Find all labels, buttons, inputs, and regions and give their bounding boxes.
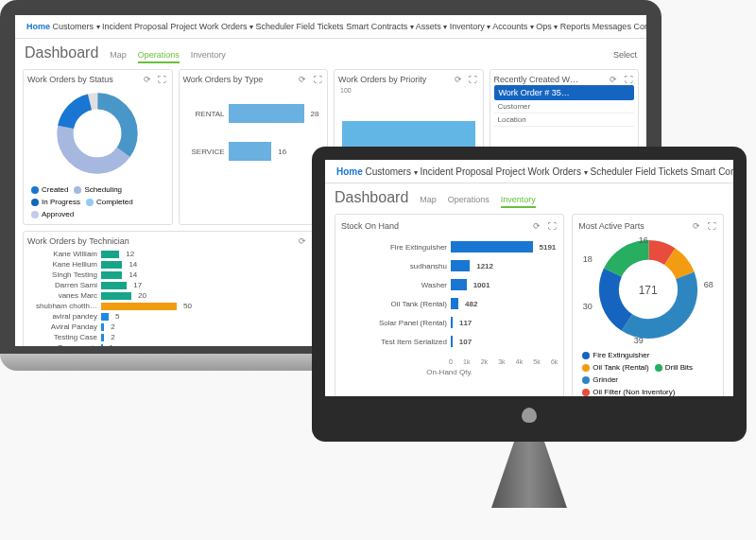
nav-smart-contracts[interactable]: Smart Contracts ▾ xyxy=(691,166,733,177)
bar-row: Kane William12 xyxy=(31,249,319,259)
bar-row: Washer1001 xyxy=(343,275,556,294)
nav-assets[interactable]: Assets ▾ xyxy=(416,22,448,31)
legend-item: Oil Filter (Non Inventory) xyxy=(582,388,675,396)
page-title: Dashboard xyxy=(25,44,98,61)
navbar: Home Customers ▾ Incident Proposal Proje… xyxy=(15,15,646,39)
tab-map[interactable]: Map xyxy=(110,50,127,63)
parts-donut: 171 16 68 18 30 39 xyxy=(596,237,700,343)
legend-item: Drill Bits xyxy=(655,363,693,372)
status-donut xyxy=(55,91,140,178)
nav-reports[interactable]: Reports xyxy=(560,22,591,31)
refresh-icon[interactable]: ⟳ xyxy=(608,74,619,85)
swatch-icon xyxy=(74,186,81,194)
nav-scheduler[interactable]: Scheduler xyxy=(591,166,633,177)
bar-row: SERVICE16 xyxy=(187,132,320,170)
nav-incident[interactable]: Incident xyxy=(420,166,453,177)
tab-operations[interactable]: Operations xyxy=(448,195,490,208)
bar-row: aviral pandey5 xyxy=(31,311,319,322)
nav-scheduler[interactable]: Scheduler xyxy=(256,22,295,31)
nav-field-tickets[interactable]: Field Tickets xyxy=(635,166,688,177)
imac-device: Home Customers ▾ Incident Proposal Proje… xyxy=(312,147,747,508)
card-parts: Most Active Parts ⟳ ⛶ xyxy=(572,214,724,396)
nav-proposal[interactable]: Proposal xyxy=(455,166,492,177)
nav-home[interactable]: Home xyxy=(26,22,50,31)
chevron-down-icon: ▾ xyxy=(249,23,253,31)
bar-row: Fire Extinguisher5191 xyxy=(343,237,556,256)
table-row: Customer xyxy=(494,100,635,113)
page-header: Dashboard MapOperationsInventory xyxy=(325,183,733,214)
bar-row: vanes Marc20 xyxy=(31,290,319,301)
swatch-icon xyxy=(582,364,590,372)
nav-ops[interactable]: Ops ▾ xyxy=(536,22,558,31)
legend-item: Completed xyxy=(86,198,133,206)
chevron-down-icon: ▾ xyxy=(584,168,588,177)
nav-messages[interactable]: Messages xyxy=(593,22,631,31)
swatch-icon xyxy=(31,199,39,206)
chevron-down-icon: ▾ xyxy=(414,168,418,177)
navbar: Home Customers ▾ Incident Proposal Proje… xyxy=(325,160,733,183)
expand-icon[interactable]: ⛶ xyxy=(546,220,558,232)
refresh-icon[interactable]: ⟳ xyxy=(453,74,464,85)
expand-icon[interactable]: ⛶ xyxy=(623,74,634,85)
card-status: Work Orders by Status ⟳ ⛶ xyxy=(23,69,173,225)
bar-row: Test Item Serialized107 xyxy=(343,332,556,351)
nav-home[interactable]: Home xyxy=(336,166,363,177)
nav-project[interactable]: Project xyxy=(170,22,197,31)
nav-proposal[interactable]: Proposal xyxy=(134,22,168,31)
legend-item: Created xyxy=(31,185,68,194)
page-header: Dashboard MapOperationsInventory Select xyxy=(15,39,646,69)
tab-operations[interactable]: Operations xyxy=(138,50,180,63)
swatch-icon xyxy=(86,199,94,206)
nav-work-orders[interactable]: Work Orders ▾ xyxy=(199,22,253,31)
chevron-down-icon: ▾ xyxy=(530,23,534,31)
swatch-icon xyxy=(582,352,590,359)
select-dropdown[interactable]: Select xyxy=(613,50,637,60)
card-title: Most Active Parts xyxy=(578,221,644,231)
legend: Fire ExtinguisherOil Tank (Rental)Drill … xyxy=(578,349,717,396)
refresh-icon[interactable]: ⟳ xyxy=(531,220,542,232)
nav-incident[interactable]: Incident xyxy=(102,22,132,31)
expand-icon[interactable]: ⛶ xyxy=(157,74,168,85)
nav-accounts[interactable]: Accounts ▾ xyxy=(492,22,534,31)
bar-row: sudhanshu1212 xyxy=(343,256,556,275)
card-technician: Work Orders by Technician ⟳ ⛶ Kane Willi… xyxy=(23,231,328,346)
work-order-highlight[interactable]: Work Order # 35… xyxy=(494,85,635,100)
imac-chin xyxy=(325,396,733,434)
swatch-icon xyxy=(582,376,590,384)
nav-comp…[interactable]: Comp… xyxy=(633,22,646,31)
tab-inventory[interactable]: Inventory xyxy=(191,50,226,63)
page-title: Dashboard xyxy=(335,189,408,206)
bar-row: Kane Hellium14 xyxy=(31,259,319,270)
nav-project[interactable]: Project xyxy=(496,166,525,177)
bar-row: Darren Sami17 xyxy=(31,280,319,290)
bar-row: Solar Panel (Rental)117 xyxy=(343,313,556,332)
swatch-icon xyxy=(655,364,662,372)
bar-row: Oil Tank (Rental)482 xyxy=(343,294,556,313)
nav-smart-contracts[interactable]: Smart Contracts ▾ xyxy=(346,22,414,31)
chevron-down-icon: ▾ xyxy=(554,23,558,31)
expand-icon[interactable]: ⛶ xyxy=(468,74,479,85)
chevron-down-icon: ▾ xyxy=(96,23,100,31)
nav-customers[interactable]: Customers ▾ xyxy=(366,166,418,177)
tab-inventory[interactable]: Inventory xyxy=(501,195,536,208)
expand-icon[interactable]: ⛶ xyxy=(706,220,717,232)
legend-item: Grinder xyxy=(582,375,618,384)
swatch-icon xyxy=(31,211,39,218)
nav-customers[interactable]: Customers ▾ xyxy=(53,22,100,31)
legend-item: Oil Tank (Rental) xyxy=(582,363,648,372)
nav-field-tickets[interactable]: Field Tickets xyxy=(297,22,344,31)
expand-icon[interactable]: ⛶ xyxy=(312,74,323,85)
bar-row: RENTAL28 xyxy=(187,95,320,132)
legend-item: Scheduling xyxy=(74,185,122,194)
nav-inventory[interactable]: Inventory ▾ xyxy=(450,22,491,31)
nav-work-orders[interactable]: Work Orders ▾ xyxy=(527,166,587,177)
bar-row: Testing Case2 xyxy=(31,332,319,342)
imac-app: Home Customers ▾ Incident Proposal Proje… xyxy=(325,160,733,396)
refresh-icon[interactable]: ⟳ xyxy=(691,220,702,232)
refresh-icon[interactable]: ⟳ xyxy=(297,235,308,247)
tab-map[interactable]: Map xyxy=(420,195,437,208)
refresh-icon[interactable]: ⟳ xyxy=(297,74,308,85)
refresh-icon[interactable]: ⟳ xyxy=(142,74,153,85)
card-title: Recently Created W… xyxy=(494,75,579,84)
legend-item: Approved xyxy=(31,210,74,218)
